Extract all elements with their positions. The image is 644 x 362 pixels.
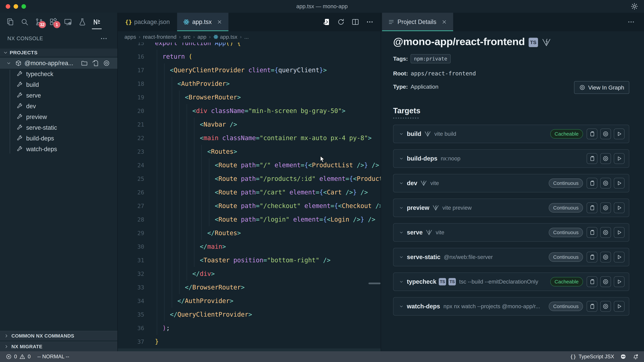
- code-line-24[interactable]: 24 <Route path="/" element={<ProductList…: [118, 158, 381, 172]
- code-line-15[interactable]: 15export function App() {: [118, 42, 381, 50]
- view-target-in-graph-button[interactable]: [600, 202, 611, 213]
- nx-migrate-section[interactable]: NX MIGRATE: [0, 342, 118, 351]
- target-card-dev[interactable]: devviteContinuous: [393, 174, 629, 192]
- code-line-27[interactable]: 27 <Route path="/checkout" element={<Che…: [118, 199, 381, 213]
- chevron-down-icon[interactable]: [399, 279, 404, 284]
- code-line-33[interactable]: 33 </BrowserRouter>: [118, 281, 381, 294]
- refresh-icon[interactable]: [337, 18, 345, 26]
- split-editor-icon[interactable]: [352, 18, 359, 26]
- code-line-37[interactable]: 37}: [118, 335, 381, 349]
- project-row[interactable]: @mono-app/rea...: [0, 58, 118, 69]
- chevron-down-icon[interactable]: [399, 181, 404, 186]
- code-line-31[interactable]: 31 <Toaster position="bottom-right" />: [118, 253, 381, 267]
- copy-task-button[interactable]: [587, 227, 598, 238]
- folder-icon[interactable]: [81, 60, 88, 67]
- code-line-38[interactable]: 38: [118, 349, 381, 351]
- view-target-in-graph-button[interactable]: [600, 178, 611, 189]
- run-target-button[interactable]: [614, 202, 624, 213]
- breadcrumb-item[interactable]: react-frontend: [143, 34, 176, 40]
- copy-task-button[interactable]: [587, 276, 598, 287]
- view-target-in-graph-button[interactable]: [600, 129, 611, 139]
- tab-project-details[interactable]: Project Details: [382, 13, 453, 31]
- code-line-16[interactable]: 16 return (: [118, 50, 381, 63]
- run-config-icon[interactable]: [323, 18, 330, 26]
- run-target-button[interactable]: [614, 153, 624, 164]
- chevron-down-icon[interactable]: [399, 304, 404, 309]
- code-line-23[interactable]: 23 <Routes>: [118, 145, 381, 158]
- code-line-30[interactable]: 30 </main>: [118, 240, 381, 253]
- more-actions-icon[interactable]: [366, 18, 374, 26]
- copy-task-button[interactable]: [587, 252, 598, 263]
- view-target-in-graph-button[interactable]: [600, 153, 611, 164]
- code-line-21[interactable]: 21 <Navbar />: [118, 118, 381, 131]
- code-line-35[interactable]: 35 </QueryClientProvider>: [118, 308, 381, 321]
- common-nx-commands-section[interactable]: COMMON NX COMMANDS: [0, 331, 118, 341]
- goto-config-file-icon[interactable]: [92, 60, 99, 67]
- breadcrumb-item[interactable]: app.tsx: [213, 34, 237, 40]
- sidebar-target-serve[interactable]: serve: [0, 90, 118, 101]
- target-card-typecheck[interactable]: typecheckTSTStsc --build --emitDeclarati…: [393, 273, 629, 291]
- source-control-icon[interactable]: 32: [35, 18, 43, 26]
- copy-task-button[interactable]: [587, 153, 598, 164]
- target-card-serve-static[interactable]: serve-static@nx/web:file-serverContinuou…: [393, 248, 629, 266]
- breadcrumb-item[interactable]: app: [198, 34, 206, 40]
- chevron-down-icon[interactable]: [399, 205, 404, 210]
- settings-gear-icon[interactable]: [630, 2, 638, 10]
- language-selector[interactable]: {} TypeScript JSX: [570, 354, 614, 360]
- code-line-34[interactable]: 34 </AuthProvider>: [118, 294, 381, 308]
- code-line-17[interactable]: 17 <QueryClientProvider client={queryCli…: [118, 63, 381, 77]
- copy-task-button[interactable]: [587, 129, 598, 139]
- projects-section-header[interactable]: PROJECTS: [0, 49, 118, 57]
- chevron-down-icon[interactable]: [399, 156, 404, 161]
- view-target-in-graph-button[interactable]: [600, 227, 611, 238]
- run-target-button[interactable]: [614, 178, 624, 189]
- problems-indicator[interactable]: 0 0: [6, 354, 31, 360]
- code-line-29[interactable]: 29 </Routes>: [118, 226, 381, 240]
- sidebar-target-preview[interactable]: preview: [0, 112, 118, 122]
- sidebar-target-serve-static[interactable]: serve-static: [0, 122, 118, 133]
- view-target-in-graph-button[interactable]: [600, 301, 611, 312]
- view-in-graph-button[interactable]: View In Graph: [574, 81, 629, 94]
- nx-console-icon[interactable]: [92, 18, 101, 26]
- copy-task-button[interactable]: [587, 301, 598, 312]
- code-line-32[interactable]: 32 </div>: [118, 267, 381, 281]
- explorer-icon[interactable]: [6, 18, 14, 26]
- search-icon[interactable]: [20, 18, 29, 26]
- panel-more-icon[interactable]: [627, 18, 635, 26]
- close-icon[interactable]: [217, 19, 222, 25]
- close-icon[interactable]: [442, 19, 447, 25]
- target-card-preview[interactable]: previewvite previewContinuous: [393, 199, 629, 217]
- tab-package-json[interactable]: {} package.json: [118, 13, 177, 31]
- target-card-serve[interactable]: serveviteContinuous: [393, 223, 629, 242]
- code-line-36[interactable]: 36 );: [118, 321, 381, 335]
- view-in-graph-icon[interactable]: [103, 60, 110, 67]
- sidebar-target-build-deps[interactable]: build-deps: [0, 133, 118, 144]
- sidebar-target-dev[interactable]: dev: [0, 101, 118, 112]
- view-target-in-graph-button[interactable]: [600, 276, 611, 287]
- chevron-down-icon[interactable]: [399, 255, 404, 260]
- copy-task-button[interactable]: [587, 178, 598, 189]
- testing-icon[interactable]: [78, 18, 86, 26]
- code-line-28[interactable]: 28 <Route path="/login" element={<Login …: [118, 213, 381, 226]
- sidebar-target-build[interactable]: build: [0, 79, 118, 90]
- notifications-bell-icon[interactable]: [632, 353, 639, 360]
- tab-app-tsx[interactable]: app.tsx: [177, 13, 228, 31]
- copilot-icon[interactable]: [620, 353, 626, 360]
- vim-mode-indicator[interactable]: -- NORMAL --: [38, 354, 69, 360]
- remote-explorer-icon[interactable]: [64, 18, 72, 26]
- chevron-down-icon[interactable]: [399, 230, 404, 235]
- code-line-26[interactable]: 26 <Route path="/cart" element={<Cart />…: [118, 186, 381, 199]
- copy-task-button[interactable]: [587, 202, 598, 213]
- run-target-button[interactable]: [614, 129, 624, 139]
- chevron-down-icon[interactable]: [399, 131, 404, 136]
- run-target-button[interactable]: [614, 252, 624, 263]
- run-target-button[interactable]: [614, 276, 624, 287]
- code-editor[interactable]: 15export function App() {16 return (17 <…: [118, 42, 381, 351]
- target-card-build[interactable]: buildvite buildCacheable: [393, 125, 629, 143]
- code-line-22[interactable]: 22 <main className="container mx-auto px…: [118, 131, 381, 145]
- code-line-19[interactable]: 19 <BrowserRouter>: [118, 90, 381, 104]
- extensions-icon[interactable]: 1: [49, 18, 58, 26]
- code-line-18[interactable]: 18 <AuthProvider>: [118, 77, 381, 90]
- run-target-button[interactable]: [614, 301, 624, 312]
- target-card-watch-deps[interactable]: watch-depsnpx nx watch --projects @mono-…: [393, 297, 629, 316]
